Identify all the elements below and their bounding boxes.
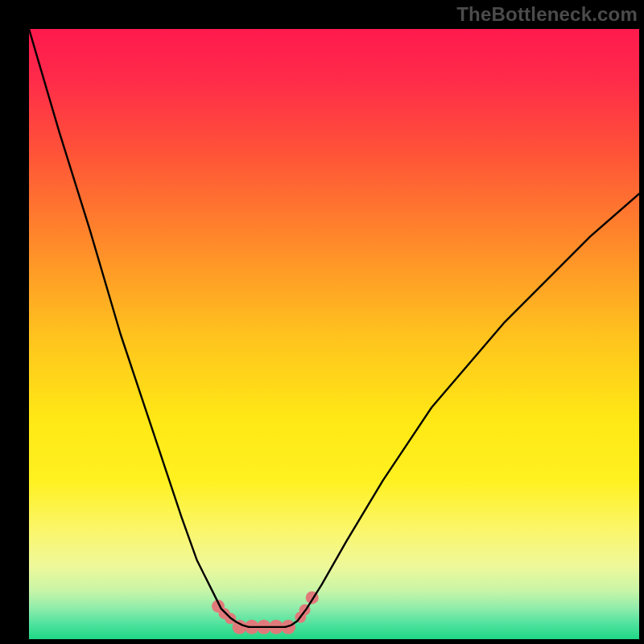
chart-canvas xyxy=(29,29,639,639)
watermark-text: TheBottleneck.com xyxy=(456,3,638,26)
chart-frame: TheBottleneck.com xyxy=(0,0,644,644)
plot-area xyxy=(29,29,639,639)
